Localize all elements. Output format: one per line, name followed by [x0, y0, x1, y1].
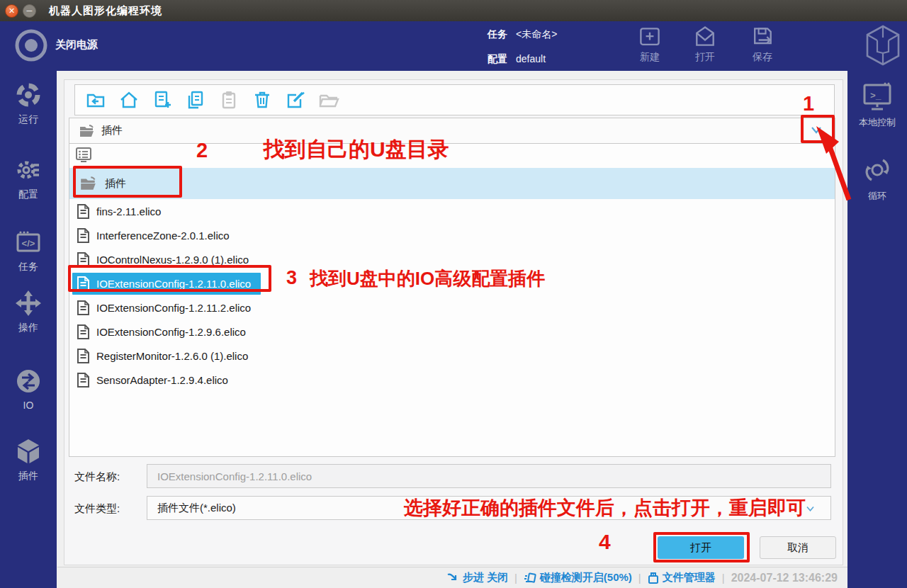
io-icon — [14, 367, 43, 395]
status-collision-label: 碰撞检测开启(50%) — [540, 571, 632, 584]
sidebar-item-loop[interactable]: 循环 — [847, 154, 907, 203]
plugin-cube-icon — [14, 437, 43, 465]
status-separator: | — [722, 572, 725, 584]
right-sidebar: >_ 本地控制 循环 100% 速度 — [847, 71, 907, 588]
step-arrow-icon — [446, 572, 459, 584]
file-list-panel: 插件 fins-2.11.elico InterferenceZone-2.0.… — [69, 143, 835, 457]
open-task-button[interactable]: 打开 — [682, 24, 728, 64]
new-document-icon — [152, 90, 172, 110]
status-file-manager[interactable]: 文件管理器 — [648, 571, 716, 584]
status-bar: 步进 关闭 | 碰撞检测开启(50%) | 文件管理器 | 2024-07-12… — [57, 567, 847, 588]
plugin-label: 插件 — [18, 470, 38, 482]
document-icon — [77, 324, 90, 340]
window-close-button[interactable]: ✕ — [5, 4, 18, 18]
status-collision-toggle[interactable]: 碰撞检测开启(50%) — [524, 571, 632, 584]
open-button[interactable]: 打开 — [658, 536, 744, 559]
file-type-value: 插件文件(*.elico) — [157, 502, 236, 515]
save-label: 保存 — [753, 51, 772, 64]
new-label: 新建 — [640, 51, 660, 64]
move-arrows-icon — [14, 289, 43, 317]
io-label: IO — [23, 400, 34, 411]
sidebar-item-run[interactable]: 运行 — [0, 81, 57, 126]
task-label: 任务 — [488, 28, 507, 41]
document-icon — [77, 372, 90, 388]
document-icon — [77, 276, 90, 292]
file-row[interactable]: RegisterMonitor-1.2.6.0 (1).elico — [71, 344, 833, 368]
svg-text:</>: </> — [22, 238, 35, 249]
path-value: 插件 — [101, 124, 123, 137]
file-dialog-toolbar — [74, 84, 835, 115]
file-name-label: 文件名称: — [74, 470, 120, 484]
run-label: 运行 — [18, 113, 38, 126]
file-list: fins-2.11.elico InterferenceZone-2.0.1.e… — [71, 199, 833, 392]
window-title: 机器人图形化编程环境 — [49, 4, 162, 18]
file-row[interactable]: SensorAdapter-1.2.9.4.elico — [71, 368, 833, 392]
document-icon — [77, 227, 90, 244]
svg-text:>_: >_ — [870, 91, 881, 101]
paste-clipboard-icon — [219, 90, 239, 110]
sidebar-item-io[interactable]: IO — [0, 367, 57, 411]
sidebar-item-plugin[interactable]: 插件 — [0, 437, 57, 482]
sidebar-item-operate[interactable]: 操作 — [0, 289, 57, 334]
open-folder-button[interactable] — [318, 89, 339, 111]
local-control-label: 本地控制 — [859, 116, 896, 129]
task-value: <未命名> — [516, 28, 557, 41]
file-name-input[interactable] — [147, 464, 831, 488]
path-dropdown-field[interactable]: 插件 — [69, 118, 835, 144]
detail-view-icon[interactable] — [75, 147, 94, 165]
status-separator: | — [514, 572, 517, 584]
paste-button[interactable] — [218, 89, 240, 111]
file-row[interactable]: IOExtensionConfig-1.2.11.2.elico — [71, 295, 833, 320]
task-code-icon: </> — [14, 228, 43, 256]
new-folder-button[interactable] — [152, 89, 173, 111]
file-row[interactable]: InterferenceZone-2.0.1.elico — [71, 223, 833, 247]
open-folder-icon — [318, 90, 339, 110]
chevron-down-icon[interactable] — [811, 126, 822, 135]
home-icon — [119, 90, 139, 110]
delete-button[interactable] — [252, 89, 273, 111]
file-name: IOControlNexus-1.2.9.0 (1).elico — [96, 254, 249, 266]
usb-drive-icon — [648, 572, 659, 584]
document-icon — [77, 348, 90, 364]
file-row[interactable]: IOExtensionConfig-1.2.9.6.elico — [71, 320, 833, 344]
folder-icon — [79, 123, 96, 139]
open-label: 打开 — [695, 51, 715, 64]
home-button[interactable] — [118, 89, 140, 111]
status-step-label: 步进 关闭 — [463, 571, 508, 584]
local-control-terminal-icon: >_ — [862, 82, 893, 112]
left-sidebar: 运行 配置 </> 任务 操作 IO — [0, 71, 57, 588]
run-icon — [14, 81, 43, 109]
sidebar-item-config[interactable]: 配置 — [0, 156, 57, 201]
trash-icon — [252, 90, 272, 110]
file-type-select[interactable]: 插件文件(*.elico) — [147, 496, 831, 520]
cancel-button[interactable]: 取消 — [760, 536, 836, 559]
task-row: 任务 <未命名> — [488, 28, 557, 41]
document-icon — [77, 203, 90, 220]
window-minimize-button[interactable]: ─ — [23, 4, 36, 18]
view-mode-row — [69, 144, 835, 168]
save-task-button[interactable]: 保存 — [740, 24, 785, 64]
new-file-icon — [637, 24, 663, 50]
app-header: 关闭电源 任务 <未命名> 配置 default 新建 打开 保存 — [0, 21, 907, 71]
back-button[interactable] — [85, 89, 106, 111]
power-icon[interactable] — [13, 27, 50, 64]
save-icon — [750, 24, 775, 50]
open-file-icon — [692, 24, 718, 50]
status-step-toggle[interactable]: 步进 关闭 — [446, 571, 508, 584]
new-task-button[interactable]: 新建 — [627, 24, 672, 64]
edit-pencil-icon — [286, 90, 305, 110]
sidebar-item-task[interactable]: </> 任务 — [0, 228, 57, 273]
dropdown-item-plugin-folder[interactable]: 插件 — [69, 168, 835, 199]
file-row[interactable]: IOExtensionConfig-1.2.11.0.elico — [71, 271, 833, 295]
operate-label: 操作 — [18, 322, 38, 334]
sidebar-item-local-control[interactable]: >_ 本地控制 — [847, 82, 907, 129]
brand-logo-icon — [863, 23, 903, 67]
file-name: InterferenceZone-2.0.1.elico — [96, 230, 230, 242]
file-row[interactable]: fins-2.11.elico — [71, 199, 833, 223]
config-label: 配置 — [18, 188, 38, 201]
copy-icon — [186, 90, 205, 110]
rename-button[interactable] — [285, 89, 306, 111]
folder-back-icon — [86, 90, 106, 110]
file-row[interactable]: IOControlNexus-1.2.9.0 (1).elico — [71, 247, 833, 271]
copy-button[interactable] — [185, 89, 206, 111]
